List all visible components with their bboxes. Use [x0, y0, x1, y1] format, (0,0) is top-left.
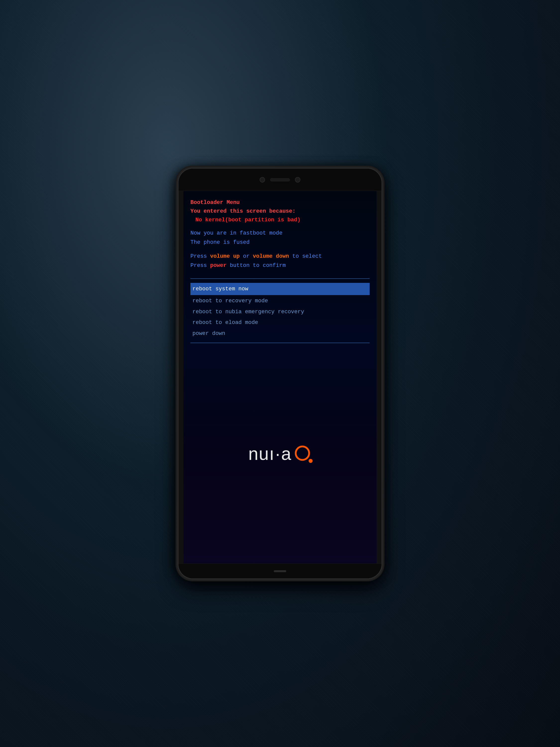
button-confirm-text: button to confirm	[226, 262, 286, 269]
svg-point-0	[296, 446, 309, 460]
menu-section: reboot system now reboot to recovery mod…	[190, 282, 370, 339]
bottom-home	[179, 564, 381, 578]
status-section: Now you are in fastboot mode The phone i…	[190, 229, 370, 247]
front-camera	[260, 177, 265, 182]
logo-text-dot-b: ·	[275, 444, 281, 464]
phone-wrapper: Bootloader Menu You entered this screen …	[168, 162, 392, 585]
logo-dot-svg	[309, 459, 313, 463]
info-section: Bootloader Menu You entered this screen …	[190, 199, 370, 224]
menu-item-nubia-recovery[interactable]: reboot to nubia emergency recovery	[190, 307, 370, 317]
volume-down-highlight: volume down	[253, 253, 289, 259]
logo-text-a: a	[281, 443, 292, 464]
logo-text-nubia: nu	[248, 443, 269, 464]
logo-text-b: ı	[269, 443, 275, 464]
power-highlight: power	[210, 262, 226, 269]
sensor	[295, 177, 300, 182]
fused-status: The phone is fused	[190, 238, 370, 247]
speaker-grille	[270, 178, 290, 182]
phone-body: Bootloader Menu You entered this screen …	[178, 168, 382, 579]
volume-instruction: Press volume up or volume down to select	[190, 252, 370, 261]
press-text-1: Press	[190, 253, 210, 259]
logo-section: nu ı · a	[190, 349, 370, 559]
svg-point-1	[309, 459, 313, 463]
bootloader-title: Bootloader Menu	[190, 199, 370, 207]
nubia-logo: nu ı · a	[248, 443, 312, 464]
to-select-text: to select	[289, 253, 322, 259]
error-message: No kernel(boot partition is bad)	[190, 216, 370, 224]
power-instruction: Press power button to confirm	[190, 261, 370, 270]
menu-item-eload[interactable]: reboot to eload mode	[190, 317, 370, 328]
volume-up-highlight: volume up	[210, 253, 240, 259]
menu-item-reboot-system[interactable]: reboot system now	[190, 283, 370, 295]
press-text-2: Press	[190, 262, 210, 269]
home-button[interactable]	[274, 570, 286, 572]
entered-screen-subtitle: You entered this screen because:	[190, 207, 370, 215]
or-text: or	[240, 253, 253, 259]
top-separator	[190, 278, 370, 279]
top-bar	[179, 169, 381, 191]
screen: Bootloader Menu You entered this screen …	[183, 191, 377, 564]
fastboot-status: Now you are in fastboot mode	[190, 229, 370, 238]
bottom-separator	[190, 343, 370, 343]
menu-item-reboot-recovery[interactable]: reboot to recovery mode	[190, 295, 370, 307]
screen-content: Bootloader Menu You entered this screen …	[183, 191, 377, 564]
menu-item-power-down[interactable]: power down	[190, 328, 370, 339]
instructions-section: Press volume up or volume down to select…	[190, 252, 370, 271]
